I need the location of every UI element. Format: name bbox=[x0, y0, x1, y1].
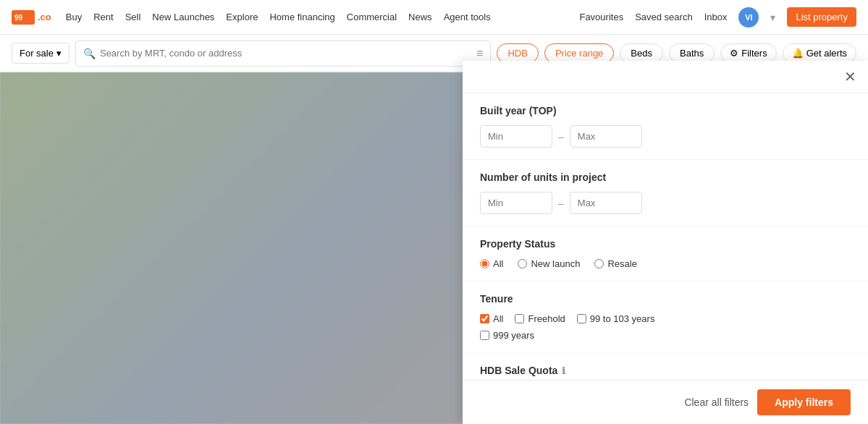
nav-right: Favourites Saved search Inbox VI ▾ List … bbox=[579, 7, 856, 27]
nav-new-launches[interactable]: New Launches bbox=[152, 12, 214, 22]
nav-rent[interactable]: Rent bbox=[93, 12, 113, 22]
beds-pill-button[interactable]: Beds bbox=[620, 43, 663, 63]
avatar-chevron[interactable]: ▾ bbox=[770, 12, 775, 23]
nav-links: Buy Rent Sell New Launches Explore Home … bbox=[66, 12, 491, 22]
nav-favourites[interactable]: Favourites bbox=[579, 12, 623, 22]
nav-news[interactable]: News bbox=[408, 12, 432, 22]
nav-sell[interactable]: Sell bbox=[125, 12, 141, 22]
search-input[interactable] bbox=[100, 48, 472, 59]
nav-buy[interactable]: Buy bbox=[66, 12, 82, 22]
hdb-pill-button[interactable]: HDB bbox=[497, 43, 538, 63]
alerts-label: Get alerts bbox=[806, 48, 847, 59]
svg-text:99: 99 bbox=[14, 14, 23, 22]
for-sale-chevron-icon: ▾ bbox=[56, 48, 62, 59]
get-alerts-button[interactable]: 🔔 Get alerts bbox=[783, 43, 856, 63]
nav-inbox[interactable]: Inbox bbox=[704, 12, 728, 22]
for-sale-label: For sale bbox=[20, 48, 54, 59]
filter-lines-icon[interactable]: ≡ bbox=[476, 47, 483, 60]
filters-button[interactable]: ⚙ Filters bbox=[720, 43, 776, 63]
filter-sliders-icon: ⚙ bbox=[730, 48, 738, 59]
close-button[interactable]: ✕ bbox=[844, 68, 856, 72]
bell-icon: 🔔 bbox=[792, 48, 804, 59]
nav-explore[interactable]: Explore bbox=[226, 12, 258, 22]
filters-label: Filters bbox=[741, 48, 767, 59]
logo[interactable]: 99 .co bbox=[12, 10, 51, 25]
for-sale-button[interactable]: For sale ▾ bbox=[12, 43, 69, 64]
list-property-button[interactable]: List property bbox=[787, 7, 856, 27]
avatar[interactable]: VI bbox=[738, 7, 759, 27]
nav-saved-search[interactable]: Saved search bbox=[635, 12, 693, 22]
filter-panel: ✕ Built year (TOP) – Number of units in … bbox=[463, 61, 868, 72]
filter-panel-header: ✕ bbox=[463, 61, 868, 72]
nav-commercial[interactable]: Commercial bbox=[347, 12, 397, 22]
search-input-wrap: 🔍 ≡ bbox=[75, 41, 491, 67]
top-nav: 99 .co Buy Rent Sell New Launches Explor… bbox=[0, 0, 868, 35]
logo-text: .co bbox=[38, 12, 51, 22]
nav-home-financing[interactable]: Home financing bbox=[269, 12, 334, 22]
price-range-pill-button[interactable]: Price range bbox=[544, 43, 614, 63]
nav-agent-tools[interactable]: Agent tools bbox=[444, 12, 491, 22]
baths-pill-button[interactable]: Baths bbox=[669, 43, 715, 63]
search-icon: 🔍 bbox=[83, 48, 96, 59]
